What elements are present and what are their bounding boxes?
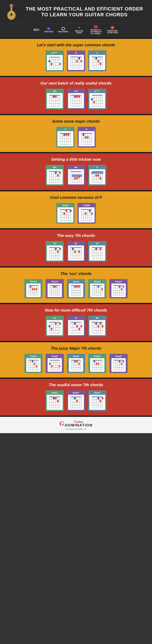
svg-point-363 <box>48 325 50 328</box>
chord-dmin7-label: Dmin7 <box>94 392 101 394</box>
section-trickier: Getting a little trickier now Dm × × ○ <box>0 153 152 190</box>
chord-amin7-label: Amin7 <box>51 392 58 394</box>
svg-point-316 <box>74 286 76 288</box>
svg-point-95 <box>78 96 80 98</box>
svg-point-156 <box>55 172 57 174</box>
chord-fadd9-diagram: × <box>79 207 95 222</box>
svg-point-124 <box>65 134 67 136</box>
super-common-chords-row: G"pick" <box>4 50 148 71</box>
svg-point-173 <box>74 177 76 179</box>
chord-g7: G7 <box>46 316 64 336</box>
chord-g7-diagram <box>47 320 63 335</box>
trickier-chords-row: Dm × × ○ <box>4 165 148 186</box>
chord-b7-label: B7 <box>96 317 99 319</box>
chord-g-rock: G"rock" <box>88 89 106 110</box>
svg-text:○: ○ <box>53 246 54 248</box>
svg-point-140 <box>85 136 87 138</box>
chord-c7-label: C7 <box>75 317 77 319</box>
svg-point-11 <box>12 4 13 5</box>
svg-point-301 <box>53 286 55 288</box>
chord-a: A × ○ ○ <box>56 127 74 148</box>
svg-text:○: ○ <box>81 395 82 397</box>
svg-point-139 <box>82 134 85 136</box>
chord-a7-label: A7 <box>96 242 99 245</box>
svg-text:○: ○ <box>94 246 95 248</box>
svg-point-93 <box>74 96 76 98</box>
svg-point-235 <box>55 248 57 250</box>
chord-a-label: A <box>65 128 66 130</box>
chord-emin7: Emin7 ○ ○ ○ <box>67 390 85 411</box>
svg-text:×: × <box>92 395 92 397</box>
chord-f-diagram <box>89 169 105 184</box>
svg-point-9 <box>9 5 10 6</box>
chord-amaj7-label: Amaj7 <box>73 355 79 358</box>
key-open-label: OPEN STRING <box>58 31 68 33</box>
section-trickier-title: Getting a little trickier now <box>4 157 148 162</box>
svg-text:×: × <box>92 246 92 248</box>
chord-fmaj7-label: Fmaj7 <box>62 204 68 206</box>
svg-point-252 <box>74 250 76 253</box>
svg-text:×: × <box>49 246 50 248</box>
svg-text:○: ○ <box>70 395 71 397</box>
chord-a-diagram: × ○ ○ <box>57 131 73 146</box>
svg-point-29 <box>48 60 50 62</box>
svg-point-380 <box>74 322 76 325</box>
svg-point-237 <box>59 248 61 250</box>
chord-dsus2: Dsus2 × × ○ <box>88 279 106 298</box>
chord-fmaj7-diagram: × <box>57 207 73 222</box>
key-label: KEY: <box>33 28 40 32</box>
open-string-icon <box>62 27 65 30</box>
separator-1 <box>0 38 152 39</box>
separator-8 <box>0 303 152 304</box>
svg-text:○: ○ <box>51 94 52 95</box>
chord-dmaj7-label: Dmaj7 <box>115 355 122 358</box>
easy-7th-chords-row: D7 × × ○ <box>4 241 148 262</box>
svg-point-48 <box>80 60 82 62</box>
svg-point-175 <box>78 176 80 178</box>
chord-dsus4-label: Dsus4 <box>115 280 122 283</box>
svg-point-10 <box>9 6 10 7</box>
separator-7 <box>0 266 152 268</box>
chord-fadd9-label: Fadd9 <box>83 204 90 206</box>
chord-dm: Dm × × ○ <box>46 165 64 186</box>
chord-e: E ○ ○ <box>78 127 96 148</box>
svg-point-528 <box>99 400 102 402</box>
svg-point-269 <box>99 248 102 250</box>
chord-b7-diagram: × ○ <box>89 320 105 335</box>
separator-3 <box>0 114 152 115</box>
svg-point-478 <box>121 363 123 365</box>
svg-point-529 <box>102 397 104 399</box>
really-useful-chords-row: Em ○ ○ <box>4 89 148 110</box>
chord-asus4: Asus4 × ○ <box>67 279 85 298</box>
svg-text:×: × <box>92 320 92 322</box>
svg-text:○: ○ <box>102 246 103 248</box>
svg-point-302 <box>55 286 57 288</box>
chord-emaj7-label: Emaj7 <box>94 355 100 358</box>
svg-point-495 <box>55 397 57 399</box>
chord-gmaj7-label: Gmaj7 <box>51 355 58 358</box>
svg-point-365 <box>55 322 57 325</box>
chord-c: C × ○ <box>88 50 106 71</box>
svg-point-125 <box>67 134 70 136</box>
sus-chords-row: Esus4 ○ ○ <box>4 279 148 298</box>
svg-point-158 <box>59 172 61 174</box>
svg-text:×: × <box>81 208 82 210</box>
section-super-common-title: Let's start with the super common chords <box>4 43 148 48</box>
svg-point-157 <box>57 174 59 176</box>
chord-d-diagram: × × ○ <box>68 55 84 70</box>
chord-amaj7-diagram: × ○ <box>69 358 83 372</box>
svg-point-444 <box>74 360 76 362</box>
chord-asus4-label: Asus4 <box>73 280 79 283</box>
chord-emin7-diagram: ○ ○ ○ <box>68 395 84 410</box>
svg-text:♩: ♩ <box>15 5 16 6</box>
key-item-root: ROOT NOTE <box>44 27 53 33</box>
svg-point-398 <box>97 325 99 328</box>
svg-point-494 <box>53 397 55 399</box>
svg-rect-187 <box>91 172 104 174</box>
svg-point-174 <box>76 177 78 179</box>
key-item-fretNote: FINGER USED TO FRET NOTE <box>106 26 119 34</box>
separator-6 <box>0 228 152 230</box>
section-difficult-7th: Now for more difficult 7th chords G7 <box>0 304 152 341</box>
svg-point-284 <box>32 288 33 290</box>
svg-point-236 <box>57 250 59 253</box>
